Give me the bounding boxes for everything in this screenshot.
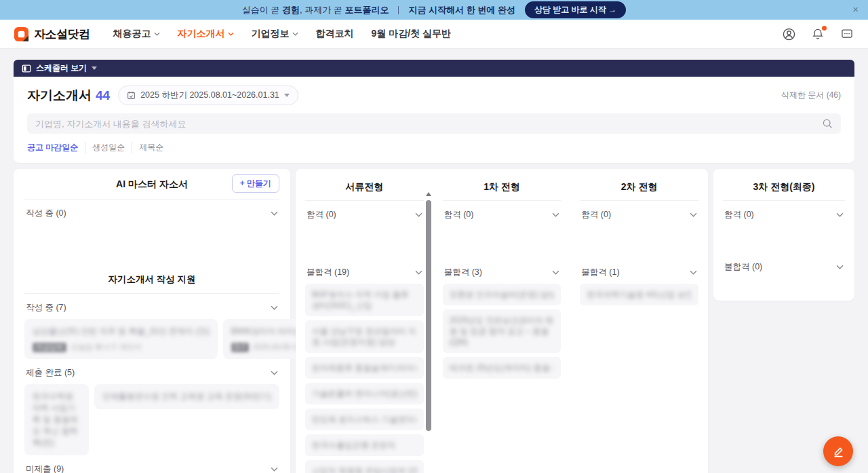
column-first-stage: 1차 전형 합격 (0) 불합격 (3) 친환경 인프라설비(운영) 담당자 2… [433, 176, 571, 473]
search-icon[interactable] [822, 118, 833, 129]
deadline-badge: D-7 [231, 343, 249, 352]
deleted-documents-link[interactable]: 삭제한 문서 (46) [781, 90, 841, 101]
coverletter-card[interactable]: 2025년도 안전보건관리자 채용 및 임금 협약 공고 – 품질(QM) [443, 309, 561, 353]
coverletter-card[interactable]: 한국수력원자력 사업기획 및 품질제도 혁신 협력 특(전) [24, 384, 89, 455]
column-scrollbar[interactable] [425, 192, 431, 473]
chevron-down-icon [271, 371, 278, 375]
group-pass[interactable]: 합격 (0) [305, 201, 424, 226]
chevron-down-icon [271, 467, 278, 472]
column-title: 1차 전형 [443, 176, 561, 200]
scrollbar-up-arrow[interactable] [426, 192, 431, 196]
scheduler-label: 스케줄러 보기 [36, 62, 87, 74]
coverletter-card[interactable]: 인재활용연수원 인력 교육원 교육 운영(하반기) [94, 384, 279, 409]
coverletter-card[interactable]: 삼성물산(주) 인턴 직무 동·특별_31만 문제지 (안) 마감임박 건설업 … [24, 319, 218, 359]
group-unsubmitted[interactable]: 미제출 (9) [24, 455, 279, 473]
chat-icon[interactable] [840, 26, 854, 41]
coverletter-card[interactable]: 반도체 로지스틱스 기술엔지니어 직 [305, 409, 424, 430]
card-list: 친환경 인프라설비(운영) 담당자 2025년도 안전보건관리자 채용 및 임금… [443, 284, 561, 379]
coverletter-card[interactable]: 친환경 인프라설비(운영) 담당자 [443, 284, 561, 305]
chevron-down-icon [154, 32, 160, 36]
coverletter-card[interactable]: 전자제품류 품질설계/디자이너 신입직급 [305, 357, 424, 379]
search-bar [27, 113, 841, 134]
header-actions [781, 26, 854, 41]
caret-down-icon [92, 67, 97, 70]
coverletter-card[interactable]: 테크윈 25년도(계약직) 품질·환경직 [443, 357, 561, 379]
logo-text: 자소설닷컴 [34, 26, 90, 42]
chevron-down-icon [415, 212, 422, 217]
chevron-down-icon [690, 270, 697, 275]
profile-icon[interactable] [781, 26, 796, 41]
notification-bell-icon[interactable] [810, 26, 825, 41]
chevron-down-icon [552, 270, 559, 275]
toolbar-panel: 자기소개서 44 2025 하반기 2025.08.01~2026.01.31 … [14, 77, 854, 163]
group-fail[interactable]: 불합격 (0) [723, 253, 845, 278]
promo-banner: 실습이 곧 경험, 과제가 곧 포트폴리오 지금 시작해서 한 번에 완성 상담… [0, 0, 868, 20]
banner-close-icon[interactable]: × [852, 3, 859, 16]
column-final-stage: 3차 전형(최종) 합격 (0) 불합격 (0) [713, 169, 854, 301]
coverletter-card[interactable]: 신입직 채용형 전담사업부 (2026년도) [305, 460, 424, 473]
chevron-down-icon [415, 270, 422, 275]
empty-area [24, 225, 279, 267]
column-title: 2차 전형 [580, 176, 698, 200]
support-section-title: 자기소개서 작성 지원 [24, 267, 279, 293]
empty-area [580, 226, 698, 259]
ai-master-header: AI 마스터 자소서 + 만들기 [24, 176, 279, 193]
group-submitted[interactable]: 제출 완료 (5) [24, 359, 279, 384]
coverletter-card[interactable]: 한국수출입은행 운전직 [305, 434, 424, 456]
sort-created[interactable]: 생성일순 [85, 142, 132, 153]
coverletter-card[interactable]: 서울 강남구청 청년일자리 지원 사업(운영지원) 담당 [305, 320, 424, 353]
group-fail[interactable]: 불합격 (19) [305, 259, 424, 284]
chevron-down-icon [836, 265, 844, 269]
calendar-icon [127, 91, 136, 100]
nav-item-coverletter[interactable]: 자기소개서 [178, 28, 234, 40]
chevron-down-icon [690, 212, 697, 217]
group-fail[interactable]: 불합격 (1) [580, 259, 698, 284]
sort-title[interactable]: 제목순 [132, 142, 170, 153]
date-filter-chip[interactable]: 2025 하반기 2025.08.01~2026.01.31 [118, 86, 298, 105]
column-document-stage: 서류전형 합격 (0) 불합격 (19) BGF로지스 지역 거점 물류 센터(… [296, 176, 433, 473]
date-filter-label: 2025 하반기 2025.08.01~2026.01.31 [140, 90, 279, 101]
document-count: 44 [96, 88, 110, 103]
page-title: 자기소개서 [27, 87, 92, 105]
app-header: 자소설닷컴 채용공고 자기소개서 기업정보 합격코치 9월 마감/첫 실무반 [0, 20, 868, 49]
nav-item-company-info[interactable]: 기업정보 [252, 28, 298, 40]
empty-area [305, 226, 424, 259]
column-ai-master: AI 마스터 자소서 + 만들기 작성 중 (0) 자기소개서 작성 지원 작성… [14, 169, 290, 473]
scrollbar-thumb[interactable] [426, 200, 431, 431]
coverletter-card[interactable]: 가솔린출하 엔지니어(생산반) 직 [305, 383, 424, 404]
banner-divider [398, 6, 399, 14]
sort-options: 공고 마감일순 생성일순 제목순 [27, 142, 841, 153]
banner-cta-button[interactable]: 상담 받고 바로 시작 → [525, 1, 626, 18]
promo-message-left: 실습이 곧 경험, 과제가 곧 포트폴리오 [242, 4, 389, 16]
group-fail[interactable]: 불합격 (3) [443, 259, 561, 284]
group-writing[interactable]: 작성 중 (7) [24, 294, 279, 319]
pencil-icon [831, 444, 846, 459]
write-fab-button[interactable] [823, 436, 853, 466]
nav-item-jobs[interactable]: 채용공고 [113, 28, 160, 40]
nav-item-september-class[interactable]: 9월 마감/첫 실무반 [372, 28, 451, 40]
title-row: 자기소개서 44 2025 하반기 2025.08.01~2026.01.31 … [27, 86, 841, 105]
kanban-board: AI 마스터 자소서 + 만들기 작성 중 (0) 자기소개서 작성 지원 작성… [14, 169, 854, 473]
logo[interactable]: 자소설닷컴 [14, 26, 90, 42]
column-second-stage: 2차 전형 합격 (0) 불합격 (1) 한국과학기술원 4차산업 보안전문가 … [570, 176, 708, 473]
card-list: BGF로지스 지역 거점 물류 센터(SOC)_신입 서울 강남구청 청년일자리… [305, 284, 424, 473]
nav-item-pass-coach[interactable]: 합격코치 [316, 28, 354, 40]
group-pass[interactable]: 합격 (0) [580, 201, 698, 226]
search-input[interactable] [35, 119, 822, 129]
scheduler-toggle-bar[interactable]: 스케줄러 보기 [14, 60, 854, 77]
group-pass[interactable]: 합격 (0) [443, 201, 561, 226]
chevron-down-icon [228, 32, 234, 36]
card-list: 한국과학기술원 4차산업 보안전문가 직 [580, 284, 698, 305]
create-button[interactable]: + 만들기 [232, 174, 279, 193]
notification-dot [822, 26, 827, 31]
group-draft-empty[interactable]: 작성 중 (0) [24, 200, 279, 225]
card-grid: 삼성물산(주) 인턴 직무 동·특별_31만 문제지 (안) 마감임박 건설업 … [24, 319, 279, 359]
deadline-badge: 마감임박 [33, 343, 66, 352]
coverletter-card[interactable]: 한국과학기술원 4차산업 보안전문가 직 [580, 284, 698, 305]
group-pass[interactable]: 합격 (0) [723, 201, 845, 226]
coverletter-card[interactable]: BGF로지스 지역 거점 물류 센터(SOC)_신입 [305, 284, 424, 316]
sort-deadline[interactable]: 공고 마감일순 [27, 142, 85, 153]
scheduler-panel-icon [22, 64, 31, 73]
caret-down-icon [284, 94, 290, 97]
empty-area [443, 226, 561, 259]
